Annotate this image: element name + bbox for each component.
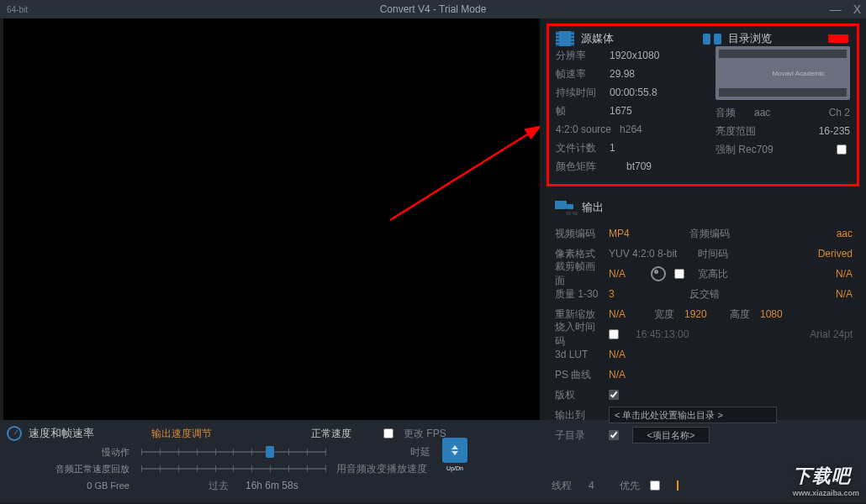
dial-icon[interactable]: [651, 266, 666, 281]
deint-label: 反交错: [689, 287, 735, 302]
audio-slider[interactable]: [141, 461, 326, 476]
quality-value[interactable]: 3: [609, 288, 684, 300]
output-path-input[interactable]: [609, 407, 777, 423]
files-value: 1: [610, 142, 615, 154]
speed-slider[interactable]: [141, 444, 326, 459]
speed-header: 速度和帧速率: [29, 426, 94, 441]
height-value[interactable]: 1080: [760, 308, 783, 320]
watermark: 下载吧 www.xiazaiba.com: [793, 464, 859, 497]
output-to-label: 输出到: [555, 408, 604, 423]
output-header: 输出: [582, 200, 604, 215]
normal-speed-label: 正常速度: [311, 427, 351, 441]
fps-label: 帧速率: [556, 67, 601, 81]
window-title: Convert V4 - Trial Mode: [380, 3, 487, 15]
width-value[interactable]: 1920: [684, 308, 725, 320]
priority-indicator-icon: [677, 480, 679, 491]
titlebar: 64-bit Convert V4 - Trial Mode — X: [0, 0, 866, 18]
audio-change-label: 用音频改变播放速度: [336, 462, 427, 476]
luma-value: 16-235: [819, 125, 850, 137]
ps-curve-value[interactable]: N/A: [609, 369, 626, 381]
priority-label: 优先: [620, 479, 640, 493]
priority-checkbox[interactable]: [650, 480, 660, 491]
resolution-label: 分辨率: [556, 49, 601, 63]
copyright-label: 版权: [555, 388, 604, 402]
preview-area: [3, 18, 540, 420]
source-format: 4:2:0 source: [556, 123, 611, 135]
matrix-label: 颜色矩阵: [556, 160, 601, 174]
past-label: 过去: [209, 479, 229, 493]
copyright-checkbox[interactable]: [609, 390, 619, 400]
change-fps-label: 更改 FPS: [404, 427, 446, 441]
deint-value[interactable]: N/A: [836, 288, 853, 300]
audio-label: 音频: [716, 106, 746, 120]
thumbnail[interactable]: Movavi Academic: [716, 46, 850, 100]
delay-label: 时延: [410, 445, 430, 459]
burn-tc-font: Arial 24pt: [810, 328, 853, 340]
source-media-panel: 源媒体 目录浏览 分辨率1920x1080 帧速率29.98 持续时间00:00…: [547, 24, 859, 186]
slow-motion-label: 慢动作: [7, 446, 141, 459]
svg-line-1: [390, 128, 538, 220]
lut-label: 3d LUT: [555, 349, 604, 360]
rescale-value[interactable]: N/A: [609, 308, 649, 320]
duration-label: 持续时间: [556, 86, 601, 100]
arch-label: 64-bit: [0, 5, 28, 14]
film-icon: [556, 31, 574, 46]
venc-label: 视频编码: [555, 227, 604, 241]
venc-value[interactable]: MP4: [609, 228, 684, 239]
audio-channels: Ch 2: [829, 107, 850, 118]
free-space: 0 GB Free: [7, 480, 141, 491]
source-codec: h264: [620, 123, 642, 135]
source-header: 源媒体: [581, 31, 614, 46]
files-label: 文件计数: [556, 141, 601, 155]
height-label: 高度: [730, 307, 755, 322]
crop-checkbox[interactable]: [674, 269, 684, 279]
timecode-value[interactable]: Derived: [818, 248, 853, 260]
threads-label: 线程: [552, 479, 572, 493]
width-label: 宽度: [654, 307, 679, 322]
timecode-label: 时间码: [698, 247, 743, 261]
past-value: 16h 6m 58s: [246, 480, 298, 491]
frames-label: 帧: [556, 104, 601, 118]
speed-adjust-label: 输出速度调节: [151, 427, 212, 441]
change-fps-checkbox[interactable]: [383, 428, 393, 438]
browse-header[interactable]: 目录浏览: [728, 31, 772, 46]
crop-label: 裁剪帧画面: [555, 260, 604, 288]
aenc-label: 音频编码: [689, 227, 735, 241]
clock-icon: [7, 426, 22, 441]
ps-curve-label: PS 曲线: [555, 368, 604, 382]
burn-tc-value: 16:45:13:00: [636, 328, 689, 340]
audio-normal-label: 音频正常速度回放: [7, 463, 141, 475]
audio-value: aac: [754, 107, 770, 118]
force-rec709-checkbox[interactable]: [837, 144, 847, 155]
pixfmt-value: YUV 4:2:0 8-bit: [609, 248, 693, 260]
force-rec709-label: 强制 Rec709: [716, 143, 774, 157]
fps-value: 29.98: [610, 68, 635, 80]
threads-value: 4: [589, 480, 594, 491]
frames-value: 1675: [610, 105, 632, 117]
aspect-label: 宽高比: [698, 267, 743, 281]
pixfmt-label: 像素格式: [555, 247, 604, 261]
lut-value[interactable]: N/A: [609, 349, 626, 360]
matrix-value: bt709: [626, 160, 652, 172]
duration-value: 00:00:55.8: [610, 87, 657, 98]
close-button[interactable]: X: [853, 3, 861, 16]
aspect-value[interactable]: N/A: [836, 268, 853, 280]
burn-tc-checkbox[interactable]: [609, 329, 619, 339]
burn-tc-label: 烧入时间码: [555, 320, 604, 349]
updn-button[interactable]: Up/Dn: [442, 438, 467, 463]
crop-value[interactable]: N/A: [609, 268, 642, 280]
binoculars-icon: [703, 32, 721, 45]
minimize-button[interactable]: —: [830, 3, 842, 16]
aenc-value[interactable]: aac: [837, 228, 853, 239]
rescale-label: 重新缩放: [555, 307, 604, 322]
luma-label: 亮度范围: [716, 124, 763, 139]
resolution-value: 1920x1080: [610, 50, 659, 61]
truck-icon: [555, 201, 575, 214]
quality-label: 质量 1-30: [555, 287, 604, 302]
highlight-bar-icon: [828, 34, 848, 43]
